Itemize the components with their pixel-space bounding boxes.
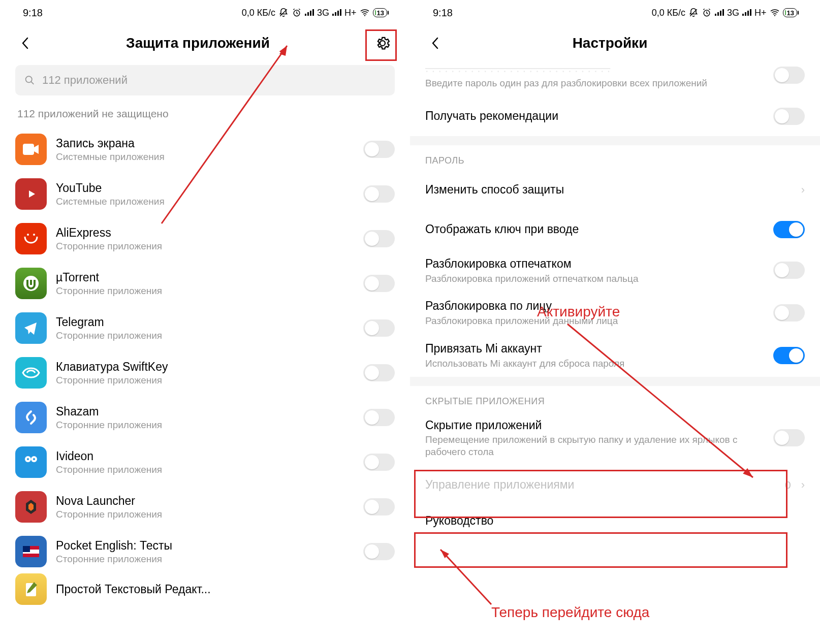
svg-rect-35 [742, 14, 744, 16]
app-title: Pocket English: Тесты [56, 538, 354, 553]
status-bar: 9:18 0,0 КБ/с 3G H+ 13 [15, 0, 395, 25]
svg-rect-2 [305, 14, 306, 16]
setting-guide[interactable]: Руководство [425, 505, 805, 530]
setting-face[interactable]: Разблокировка по лицу Разблокировка прил… [425, 292, 805, 334]
setting-recommendations[interactable]: Получать рекомендации [425, 96, 805, 136]
setting-subtitle: Использовать Mi аккаунт для сброса парол… [425, 358, 766, 370]
setting-fingerprint[interactable]: Разблокировка отпечатком Разблокировка п… [425, 249, 805, 292]
search-input[interactable] [42, 74, 386, 87]
app-row[interactable]: Простой Текстовый Редакт... [15, 574, 395, 604]
svg-rect-6 [332, 14, 334, 16]
setting-show-key[interactable]: Отображать ключ при вводе [425, 210, 805, 249]
app-subtitle: Сторонние приложения [56, 419, 354, 431]
setting-toggle[interactable] [773, 108, 805, 125]
gear-icon [375, 36, 390, 51]
dnd-icon [688, 8, 699, 18]
setting-title: . . . . . . . . . . . . . . . . . . . . … [425, 61, 766, 76]
svg-point-11 [26, 76, 32, 82]
ivideon-icon: ivideon [15, 446, 47, 478]
utorrent-icon [15, 268, 47, 299]
setting-title: Отображать ключ при вводе [425, 222, 766, 237]
app-subtitle: Сторонние приложения [56, 508, 354, 521]
setting-toggle[interactable] [773, 429, 805, 446]
app-title: YouTube [56, 181, 354, 196]
app-toggle[interactable] [363, 364, 395, 381]
app-toggle[interactable] [363, 319, 395, 337]
svg-rect-24 [23, 546, 30, 552]
setting-title: Изменить способ защиты [425, 182, 794, 198]
alarm-icon [292, 8, 302, 18]
app-toggle[interactable] [363, 185, 395, 203]
app-toggle[interactable] [363, 141, 395, 158]
text-editor-icon [15, 573, 47, 605]
app-toggle[interactable] [363, 454, 395, 471]
setting-hide-apps[interactable]: Скрытие приложений Перемещение приложени… [425, 411, 805, 465]
alarm-icon [702, 8, 712, 18]
setting-manage-apps[interactable]: Управление приложениями 0 › [425, 465, 805, 505]
app-title: Ivideon [56, 449, 354, 464]
app-row[interactable]: Запись экранаСистемные приложения [15, 127, 395, 172]
setting-toggle[interactable] [773, 67, 805, 84]
signal-bars-2-icon [332, 9, 341, 17]
setting-toggle[interactable] [773, 304, 805, 321]
signal-bars-icon [305, 9, 314, 17]
search-icon [24, 75, 35, 86]
svg-rect-9 [340, 9, 341, 16]
page-title: Защита приложений [25, 35, 370, 51]
svg-point-14 [27, 234, 29, 236]
setting-toggle[interactable] [773, 347, 805, 364]
app-row[interactable]: TelegramСторонние приложения [15, 306, 395, 350]
signal-bars-2-icon [742, 9, 751, 17]
search-bar[interactable] [15, 65, 395, 95]
page-title: Настройки [435, 35, 784, 51]
app-row[interactable]: ivideon IvideonСторонние приложения [15, 440, 395, 485]
unprotected-count-label: 112 приложений не защищено [15, 105, 395, 127]
app-toggle[interactable] [363, 543, 395, 560]
app-toggle[interactable] [363, 230, 395, 247]
setting-mi-account[interactable]: Привязать Mi аккаунт Использовать Mi акк… [425, 334, 805, 377]
setting-toggle[interactable] [773, 262, 805, 279]
app-subtitle: Сторонние приложения [56, 553, 354, 565]
app-row[interactable]: ShazamСторонние приложения [15, 395, 395, 440]
app-title: µTorrent [56, 270, 354, 285]
svg-rect-37 [747, 11, 749, 16]
app-toggle[interactable] [363, 275, 395, 292]
app-row[interactable]: µTorrentСторонние приложения [15, 261, 395, 306]
wifi-icon [360, 9, 370, 17]
svg-line-12 [31, 82, 34, 84]
app-subtitle: Сторонние приложения [56, 285, 354, 297]
signal-bars-icon [715, 9, 724, 17]
app-row[interactable]: Pocket English: ТестыСторонние приложени… [15, 529, 395, 574]
telegram-icon [15, 312, 47, 344]
app-subtitle: Сторонние приложения [56, 240, 354, 252]
svg-rect-36 [745, 12, 746, 16]
app-subtitle: Системные приложения [56, 151, 354, 163]
app-row[interactable]: AliExpress AliExpressСторонние приложени… [15, 216, 395, 261]
setting-change-method[interactable]: Изменить способ защиты › [425, 170, 805, 210]
setting-subtitle: Перемещение приложений в скрытую папку и… [425, 434, 766, 458]
dnd-icon [278, 8, 289, 18]
status-time: 9:18 [433, 7, 453, 19]
app-toggle[interactable] [363, 498, 395, 516]
app-subtitle: Сторонние приложения [56, 374, 354, 387]
header: Защита приложений [15, 25, 395, 61]
svg-rect-33 [720, 11, 721, 16]
app-title: Nova Launcher [56, 494, 354, 508]
svg-point-19 [27, 458, 29, 460]
app-row[interactable]: Клавиатура SwiftKeyСторонние приложения [15, 350, 395, 395]
setting-toggle[interactable] [773, 221, 805, 238]
svg-point-39 [774, 15, 775, 16]
svg-rect-4 [310, 11, 311, 16]
app-row[interactable]: Nova LauncherСторонние приложения [15, 485, 395, 529]
app-subtitle: Сторонние приложения [56, 330, 354, 342]
svg-line-42 [440, 550, 491, 604]
app-toggle[interactable] [363, 409, 395, 426]
app-subtitle: Системные приложения [56, 196, 354, 208]
setting-group-unlock[interactable]: . . . . . . . . . . . . . . . . . . . . … [425, 61, 805, 96]
svg-point-15 [33, 234, 35, 236]
app-title: Клавиатура SwiftKey [56, 360, 354, 374]
app-row[interactable]: YouTubeСистемные приложения [15, 172, 395, 216]
settings-gear-button[interactable] [370, 31, 395, 55]
shazam-icon [15, 402, 47, 433]
setting-title: Скрытие приложений [425, 418, 766, 433]
